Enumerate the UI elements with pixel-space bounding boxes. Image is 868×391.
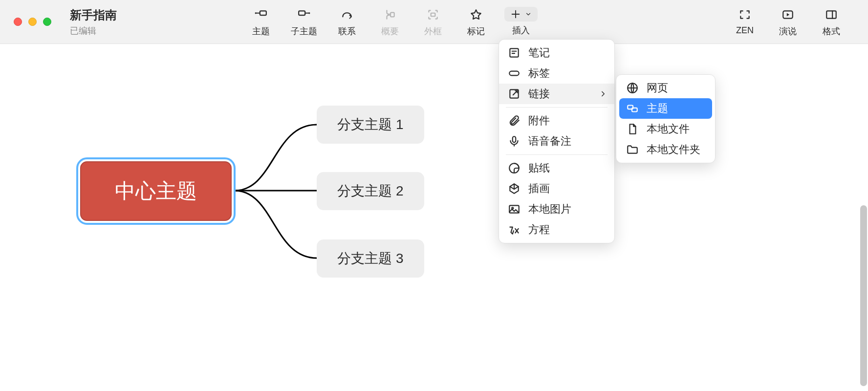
subtopic-icon (296, 7, 312, 22)
topic-button[interactable]: 主题 (239, 7, 282, 37)
toolbar-main: 主题 子主题 联系 概要 外框 (239, 7, 544, 37)
svg-point-1 (255, 12, 257, 14)
vertical-scrollbar-thumb[interactable] (860, 205, 867, 386)
subtopic-label: 子主题 (291, 25, 317, 37)
vertical-scrollbar[interactable] (859, 44, 868, 391)
pitch-label: 演说 (779, 25, 797, 37)
attachment-icon (508, 114, 521, 127)
sticker-icon (508, 162, 521, 174)
equation-icon (508, 223, 521, 236)
summary-label: 概要 (381, 25, 399, 37)
insert-dropdown: 笔记 标签 链接 附件 语音备注 贴纸 插画 本地图片 方程 (499, 39, 615, 243)
note-icon (508, 46, 521, 59)
insert-illustration-item[interactable]: 插画 (499, 178, 614, 199)
pitch-button[interactable]: 演说 (766, 7, 809, 37)
insert-local-image-label: 本地图片 (528, 202, 571, 217)
insert-audio-item[interactable]: 语音备注 (499, 131, 614, 152)
boundary-icon (425, 7, 441, 22)
zen-icon (737, 7, 753, 22)
link-local-folder-label: 本地文件夹 (647, 142, 700, 157)
branch-topic-1[interactable]: 分支主题 1 (317, 106, 424, 144)
relationship-icon (339, 7, 355, 22)
document-edit-status: 已编辑 (70, 25, 117, 37)
insert-note-item[interactable]: 笔记 (499, 43, 614, 63)
insert-sticker-item[interactable]: 贴纸 (499, 158, 614, 178)
zen-button[interactable]: ZEN (723, 7, 766, 37)
format-label: 格式 (823, 25, 840, 37)
topic-label: 主题 (252, 25, 270, 37)
svg-rect-5 (431, 13, 435, 16)
chevron-down-icon (525, 11, 532, 18)
topic-link-icon (626, 102, 639, 115)
insert-equation-item[interactable]: 方程 (499, 219, 614, 240)
insert-button[interactable]: 插入 (498, 7, 544, 36)
microphone-icon (508, 135, 521, 148)
document-title: 新手指南 (70, 7, 117, 23)
zen-label: ZEN (736, 25, 754, 36)
marker-icon (468, 7, 484, 22)
chevron-right-icon (599, 89, 608, 98)
branch-topic-3[interactable]: 分支主题 3 (317, 239, 424, 278)
link-topic-item[interactable]: 主题 (619, 98, 712, 119)
svg-rect-4 (391, 12, 394, 17)
insert-sticker-label: 贴纸 (528, 161, 550, 175)
boundary-button: 外框 (412, 7, 455, 37)
svg-rect-17 (632, 108, 637, 112)
marker-label: 标记 (467, 25, 485, 37)
central-topic-node[interactable]: 中心主题 (80, 161, 232, 221)
file-icon (626, 123, 639, 135)
window-zoom-button[interactable] (43, 18, 51, 26)
window-traffic-lights (14, 18, 51, 26)
insert-label-item[interactable]: 标签 (499, 63, 614, 84)
insert-attachment-item[interactable]: 附件 (499, 110, 614, 131)
window-close-button[interactable] (14, 18, 22, 26)
svg-rect-2 (299, 11, 305, 15)
svg-rect-0 (260, 11, 266, 15)
summary-icon (382, 7, 398, 22)
link-web-label: 网页 (647, 81, 668, 95)
insert-audio-label: 语音备注 (528, 134, 571, 149)
insert-illustration-label: 插画 (528, 181, 550, 196)
plus-icon (510, 9, 521, 20)
insert-link-item[interactable]: 链接 (499, 84, 614, 104)
relationship-label: 联系 (338, 25, 356, 37)
dropdown-separator (506, 107, 608, 108)
link-local-file-item[interactable]: 本地文件 (619, 119, 712, 139)
marker-button[interactable]: 标记 (455, 7, 498, 37)
image-icon (508, 203, 521, 216)
topic-icon (253, 7, 269, 22)
document-title-block: 新手指南 已编辑 (70, 7, 117, 37)
link-icon (508, 87, 521, 100)
globe-icon (626, 82, 639, 94)
mindmap-canvas[interactable]: 中心主题 分支主题 1 分支主题 2 分支主题 3 (0, 44, 868, 391)
relationship-button[interactable]: 联系 (326, 7, 369, 37)
link-topic-label: 主题 (647, 101, 668, 116)
insert-icon-wrap (504, 7, 538, 22)
insert-equation-label: 方程 (528, 222, 550, 237)
insert-attachment-label: 附件 (528, 113, 550, 128)
link-submenu: 网页 主题 本地文件 本地文件夹 (616, 74, 716, 163)
svg-rect-9 (509, 71, 519, 76)
svg-point-3 (308, 12, 310, 14)
insert-link-label: 链接 (528, 87, 550, 101)
insert-note-label: 笔记 (528, 45, 550, 60)
boundary-label: 外框 (424, 25, 442, 37)
window-minimize-button[interactable] (28, 18, 37, 26)
summary-button: 概要 (369, 7, 412, 37)
format-button[interactable]: 格式 (809, 7, 853, 37)
folder-icon (626, 143, 639, 156)
pitch-icon (780, 7, 796, 22)
dropdown-separator (506, 154, 608, 155)
insert-local-image-item[interactable]: 本地图片 (499, 199, 614, 219)
label-icon (508, 67, 521, 80)
format-icon (824, 7, 839, 22)
subtopic-button[interactable]: 子主题 (282, 7, 326, 37)
titlebar: 新手指南 已编辑 主题 子主题 联系 概要 (0, 0, 868, 44)
svg-rect-11 (513, 136, 516, 142)
link-local-file-label: 本地文件 (647, 122, 690, 136)
link-web-item[interactable]: 网页 (619, 78, 712, 98)
insert-label-label: 标签 (528, 66, 550, 81)
insert-label: 插入 (512, 24, 530, 36)
branch-topic-2[interactable]: 分支主题 2 (317, 172, 424, 210)
link-local-folder-item[interactable]: 本地文件夹 (619, 139, 712, 160)
